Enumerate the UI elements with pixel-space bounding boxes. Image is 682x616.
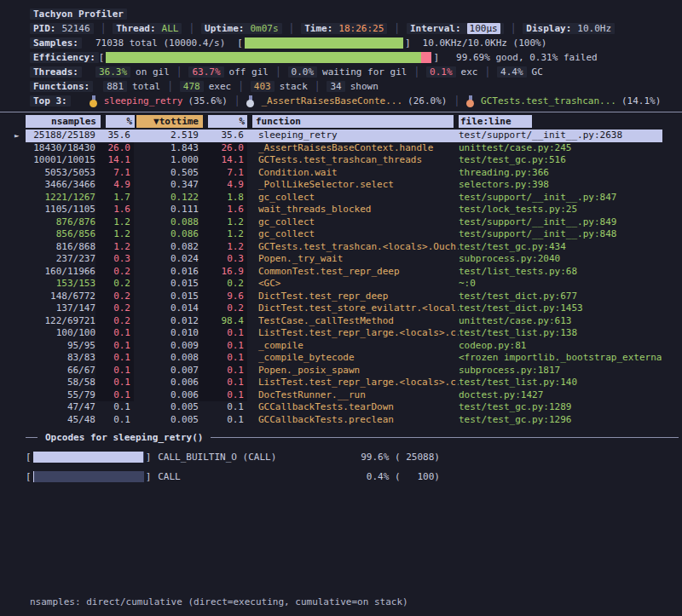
cell-file-line: subprocess.py:1817 bbox=[459, 365, 682, 377]
samples-rate-bar bbox=[245, 37, 403, 49]
table-row[interactable]: 3466/34664.90.3474.9_PollLikeSelector.se… bbox=[0, 179, 682, 192]
cell-function-name: GCCallbackTests.preclean bbox=[247, 414, 459, 427]
table-row[interactable]: ►25188/2518935.62.51935.6sleeping_retryt… bbox=[0, 130, 682, 142]
column-header-percent-direct[interactable]: % bbox=[106, 115, 135, 128]
table-row[interactable]: 10001/1001514.11.00014.1GCTests.test_tra… bbox=[0, 154, 682, 167]
time-value: 18:26:25 bbox=[338, 23, 384, 34]
separator-bar: │ bbox=[176, 66, 182, 78]
opcode-bar-fill bbox=[33, 471, 34, 482]
column-header-function[interactable]: function bbox=[252, 115, 454, 128]
silver-medal-icon bbox=[246, 95, 255, 107]
table-row[interactable]: 18430/1843026.01.84326.0_AssertRaisesBas… bbox=[0, 142, 682, 155]
table-row[interactable]: 95/950.10.0090.1_compilecodeop.py:81 bbox=[0, 340, 682, 353]
cell-file-line: test/test_gc.py:434 bbox=[459, 241, 682, 254]
display-segment: Display:10.0Hz bbox=[523, 23, 615, 34]
cell-tottime: 0.015 bbox=[134, 278, 199, 291]
cell-nsamples: 45/48 bbox=[29, 414, 95, 427]
cell-tottime: 1.843 bbox=[134, 142, 199, 155]
table-row[interactable]: 876/8761.20.0881.2gc_collecttest/support… bbox=[0, 216, 682, 229]
separator-bar: │ bbox=[188, 23, 194, 34]
thread-stat-label: off gil bbox=[229, 66, 269, 78]
cell-tottime: 0.016 bbox=[134, 266, 199, 279]
cell-file-line: test/support/__init__.py:848 bbox=[459, 228, 682, 241]
cell-percent-cumulative: 1.8 bbox=[199, 192, 247, 204]
threads-line: Threads: 36.3%on gil│63.7%off gil│0.0%wa… bbox=[0, 65, 682, 79]
cell-percent-direct: 0.2 bbox=[95, 315, 134, 328]
table-row[interactable]: 66/670.10.0070.1Popen._posix_spawnsubpro… bbox=[0, 365, 682, 377]
table-row[interactable]: 153/1530.20.0150.2<GC>~:0 bbox=[0, 278, 682, 291]
table-row[interactable]: 83/830.10.0080.1_compile_bytecode<frozen… bbox=[0, 352, 682, 365]
cell-percent-direct: 0.1 bbox=[95, 365, 134, 377]
table-row[interactable]: 137/1470.20.0140.2DictTest.test_store_ev… bbox=[0, 302, 682, 315]
thread-value: ALL bbox=[162, 23, 179, 34]
status-line: PID:52146 │ Thread:ALL │ Uptime:0m07s │ … bbox=[0, 21, 682, 36]
cell-tottime: 2.519 bbox=[134, 130, 199, 142]
table-row[interactable]: 100/1000.10.0100.1ListTest.test_repr_lar… bbox=[0, 327, 682, 340]
cell-function-name: GCTests.test_trashcan.<locals>.Ouch... bbox=[247, 241, 459, 254]
separator-bar: │ bbox=[454, 95, 459, 107]
cell-function-name: sleeping_retry bbox=[247, 130, 459, 142]
table-row[interactable]: 160/119660.20.01616.9CommonTest.test_rep… bbox=[0, 266, 682, 279]
cell-percent-direct: 4.9 bbox=[95, 179, 134, 192]
cell-percent-cumulative: 4.9 bbox=[199, 179, 247, 192]
cell-percent-direct: 14.1 bbox=[95, 154, 134, 167]
cell-tottime: 0.082 bbox=[134, 241, 199, 254]
cell-function-name: gc_collect bbox=[247, 192, 459, 204]
cell-nsamples: 18430/18430 bbox=[29, 142, 95, 155]
cell-tottime: 0.006 bbox=[134, 377, 199, 389]
separator-bar: │ bbox=[234, 95, 240, 107]
cell-tottime: 0.005 bbox=[134, 401, 199, 414]
cell-tottime: 0.010 bbox=[134, 327, 199, 340]
efficiency-line: Efficiency: [ ] 99.69% good, 0.31% faile… bbox=[0, 50, 682, 65]
samples-rate-bar-fill bbox=[245, 37, 403, 49]
cell-tottime: 0.088 bbox=[134, 216, 199, 229]
bar-close-bracket: ] bbox=[146, 452, 152, 463]
table-row[interactable]: 1105/11051.60.1111.6wait_threads_blocked… bbox=[0, 204, 682, 216]
cell-nsamples: 83/83 bbox=[29, 352, 95, 365]
thread-segment[interactable]: Thread:ALL bbox=[113, 23, 182, 34]
cell-file-line: test/support/__init__.py:2638 bbox=[459, 130, 682, 142]
table-row[interactable]: 58/580.10.0060.1ListTest.test_repr_large… bbox=[0, 377, 682, 389]
cell-file-line: test/test_dict.py:1453 bbox=[459, 302, 682, 315]
table-row[interactable]: 122/697210.20.01298.4TestCase._callTestM… bbox=[0, 315, 682, 328]
table-row[interactable]: 237/2370.30.0240.3Popen._try_waitsubproc… bbox=[0, 253, 682, 266]
table-row[interactable]: 47/470.10.0050.1GCCallbackTests.tearDown… bbox=[0, 401, 682, 414]
top3-items: sleeping_retry(35.6%)│_AssertRaisesBaseC… bbox=[90, 95, 662, 107]
cell-percent-cumulative: 0.1 bbox=[199, 365, 247, 377]
table-row[interactable]: 856/8561.20.0861.2gc_collecttest/support… bbox=[0, 228, 682, 241]
column-header-nsamples[interactable]: nsamples bbox=[26, 115, 101, 128]
thread-stat-value: 0.0% bbox=[288, 66, 318, 78]
samples-line: Samples: 71038 total (10000.4/s) [ ] 10.… bbox=[0, 36, 682, 50]
cell-percent-direct: 0.2 bbox=[95, 278, 134, 291]
column-header-tottime-sorted[interactable]: ▼tottime bbox=[136, 115, 203, 128]
cell-function-name: ListTest.test_repr_large.<locals>.c... bbox=[247, 327, 459, 340]
cell-percent-direct: 0.1 bbox=[95, 340, 134, 353]
cell-nsamples: 160/11966 bbox=[29, 266, 95, 279]
cell-function-name: DictTest.test_repr_deep bbox=[247, 291, 459, 303]
thread-stat-value: 4.4% bbox=[497, 66, 527, 78]
column-header-percent-cumulative[interactable]: % bbox=[208, 115, 247, 128]
table-row[interactable]: 816/8681.20.0821.2GCTests.test_trashcan.… bbox=[0, 241, 682, 254]
table-row[interactable]: 5053/50537.10.5057.1Condition.waitthread… bbox=[0, 167, 682, 180]
cell-file-line: doctest.py:1427 bbox=[459, 389, 682, 402]
table-row[interactable]: 45/480.10.0050.1GCCallbackTests.preclean… bbox=[0, 414, 682, 427]
opcodes-title-text: Opcodes for sleeping_retry() bbox=[45, 432, 203, 443]
cell-nsamples: 10001/10015 bbox=[29, 154, 95, 167]
table-row[interactable]: 148/67720.20.0159.6DictTest.test_repr_de… bbox=[0, 291, 682, 303]
thread-stat-label: GC bbox=[532, 66, 543, 78]
opcode-name: CALL bbox=[158, 471, 361, 482]
efficiency-text: 99.69% good, 0.31% failed bbox=[456, 52, 598, 63]
cell-nsamples: 100/100 bbox=[29, 327, 95, 340]
cell-percent-cumulative: 7.1 bbox=[199, 167, 247, 180]
top3-function-pct: (26.0%) bbox=[407, 95, 447, 107]
cell-percent-direct: 0.1 bbox=[95, 401, 134, 414]
cell-function-name: TestCase._callTestMethod bbox=[247, 315, 459, 328]
top3-function-pct: (35.6%) bbox=[188, 95, 227, 107]
top3-function-pct: (14.1%) bbox=[621, 95, 661, 107]
cell-function-name: gc_collect bbox=[247, 216, 459, 229]
separator-bar: │ bbox=[394, 23, 400, 34]
table-row[interactable]: 55/790.10.0060.1DocTestRunner.__rundocte… bbox=[0, 389, 682, 402]
column-header-file-line[interactable]: file:line bbox=[459, 115, 532, 128]
cell-percent-cumulative: 1.2 bbox=[199, 216, 247, 229]
table-row[interactable]: 1221/12671.70.1221.8gc_collecttest/suppo… bbox=[0, 192, 682, 204]
